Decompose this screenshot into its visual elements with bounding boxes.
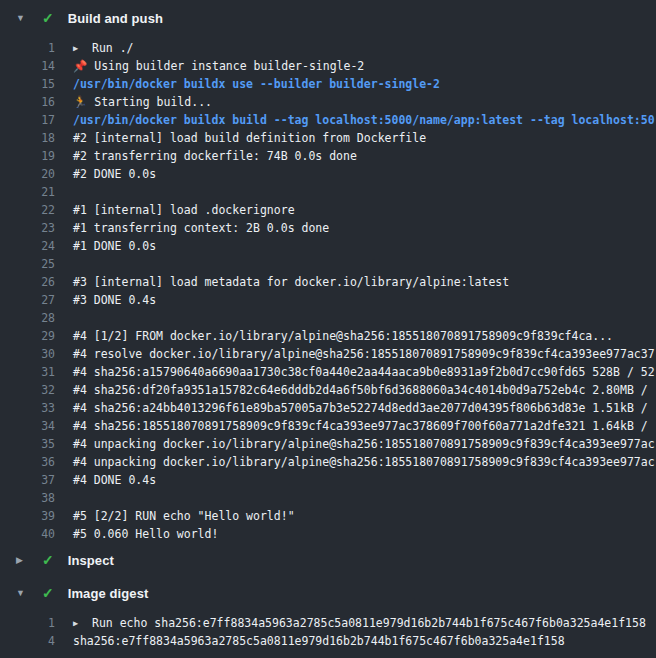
section-header-build-and-push[interactable]: ▼ ✓ Build and push bbox=[0, 6, 656, 30]
line-number[interactable]: 20 bbox=[0, 167, 55, 181]
log-line: 15/usr/bin/docker buildx use --builder b… bbox=[0, 75, 656, 93]
log-text: #4 [1/2] FROM docker.io/library/alpine@s… bbox=[73, 327, 613, 345]
log-text: ▶Run echo sha256:e7ff8834a5963a2785c5a08… bbox=[73, 614, 646, 632]
log-line: 38 bbox=[0, 489, 656, 507]
section-toggle-icon[interactable]: ▼ bbox=[16, 589, 30, 598]
line-number[interactable]: 21 bbox=[0, 185, 55, 199]
log-line: 19#2 transferring dockerfile: 74B 0.0s d… bbox=[0, 147, 656, 165]
line-number[interactable]: 34 bbox=[0, 419, 55, 433]
log-line: 37#4 DONE 0.4s bbox=[0, 471, 656, 489]
log-text: #1 transferring context: 2B 0.0s done bbox=[73, 219, 329, 237]
log-line: 27#3 DONE 0.4s bbox=[0, 291, 656, 309]
section-label: Inspect bbox=[68, 553, 114, 568]
log-text: #2 transferring dockerfile: 74B 0.0s don… bbox=[73, 147, 357, 165]
line-number[interactable]: 1 bbox=[0, 616, 55, 630]
line-number[interactable]: 29 bbox=[0, 329, 55, 343]
log-text: #4 unpacking docker.io/library/alpine@sh… bbox=[73, 435, 655, 453]
section-label: Image digest bbox=[68, 586, 149, 601]
log-text: 🏃 Starting build... bbox=[73, 93, 212, 111]
section-header-image-digest[interactable]: ▼ ✓ Image digest bbox=[0, 581, 656, 605]
line-number[interactable]: 31 bbox=[0, 365, 55, 379]
log-text-command: /usr/bin/docker buildx build --tag local… bbox=[73, 111, 655, 129]
log-text: 📌 Using builder instance builder-single-… bbox=[73, 57, 364, 75]
line-number[interactable]: 25 bbox=[0, 257, 55, 271]
success-check-icon: ✓ bbox=[42, 553, 54, 567]
expand-arrow-icon[interactable]: ▶ bbox=[73, 39, 92, 57]
log-text: #4 sha256:185518070891758909c9f839cf4ca3… bbox=[73, 417, 655, 435]
log-line: 16🏃 Starting build... bbox=[0, 93, 656, 111]
log-line: 40#5 0.060 Hello world! bbox=[0, 525, 656, 543]
expand-arrow-icon[interactable]: ▶ bbox=[73, 614, 92, 632]
log-line: 18#2 [internal] load build definition fr… bbox=[0, 129, 656, 147]
success-check-icon: ✓ bbox=[42, 11, 54, 25]
line-number[interactable]: 18 bbox=[0, 131, 55, 145]
line-number[interactable]: 30 bbox=[0, 347, 55, 361]
line-number[interactable]: 1 bbox=[0, 41, 55, 55]
section-toggle-icon[interactable]: ▶ bbox=[16, 556, 30, 565]
log-line: 36#4 unpacking docker.io/library/alpine@… bbox=[0, 453, 656, 471]
log-text: #4 sha256:a24bb4013296f61e89ba57005a7b3e… bbox=[73, 399, 655, 417]
line-number[interactable]: 17 bbox=[0, 113, 55, 127]
log-line: 30#4 resolve docker.io/library/alpine@sh… bbox=[0, 345, 656, 363]
log-line: 33#4 sha256:a24bb4013296f61e89ba57005a7b… bbox=[0, 399, 656, 417]
log-lines-image-digest: 1▶Run echo sha256:e7ff8834a5963a2785c5a0… bbox=[0, 614, 656, 650]
line-number[interactable]: 19 bbox=[0, 149, 55, 163]
line-number[interactable]: 32 bbox=[0, 383, 55, 397]
log-line: 29#4 [1/2] FROM docker.io/library/alpine… bbox=[0, 327, 656, 345]
log-line: 34#4 sha256:185518070891758909c9f839cf4c… bbox=[0, 417, 656, 435]
section-label: Build and push bbox=[68, 11, 163, 26]
log-text: sha256:e7ff8834a5963a2785c5a0811e979d16b… bbox=[73, 632, 565, 650]
line-number[interactable]: 28 bbox=[0, 311, 55, 325]
section-toggle-icon[interactable]: ▼ bbox=[16, 14, 30, 23]
log-text-command: /usr/bin/docker buildx use --builder bui… bbox=[73, 75, 440, 93]
section-header-inspect[interactable]: ▶ ✓ Inspect bbox=[0, 548, 656, 572]
log-line: 35#4 unpacking docker.io/library/alpine@… bbox=[0, 435, 656, 453]
log-line: 4sha256:e7ff8834a5963a2785c5a0811e979d16… bbox=[0, 632, 656, 650]
log-line: 31#4 sha256:a15790640a6690aa1730c38cf0a4… bbox=[0, 363, 656, 381]
line-number[interactable]: 33 bbox=[0, 401, 55, 415]
line-number[interactable]: 36 bbox=[0, 455, 55, 469]
log-text: #3 [internal] load metadata for docker.i… bbox=[73, 273, 509, 291]
line-number[interactable]: 24 bbox=[0, 239, 55, 253]
log-line: 23#1 transferring context: 2B 0.0s done bbox=[0, 219, 656, 237]
log-line: 28 bbox=[0, 309, 656, 327]
log-text: #1 [internal] load .dockerignore bbox=[73, 201, 295, 219]
log-line: 32#4 sha256:df20fa9351a15782c64e6dddb2d4… bbox=[0, 381, 656, 399]
line-number[interactable]: 15 bbox=[0, 77, 55, 91]
line-number[interactable]: 35 bbox=[0, 437, 55, 451]
log-line: 25 bbox=[0, 255, 656, 273]
success-check-icon: ✓ bbox=[42, 586, 54, 600]
line-number[interactable]: 27 bbox=[0, 293, 55, 307]
line-number[interactable]: 38 bbox=[0, 491, 55, 505]
line-number[interactable]: 26 bbox=[0, 275, 55, 289]
line-number[interactable]: 40 bbox=[0, 527, 55, 541]
line-number[interactable]: 37 bbox=[0, 473, 55, 487]
log-text: #2 DONE 0.0s bbox=[73, 165, 156, 183]
log-line: 39#5 [2/2] RUN echo "Hello world!" bbox=[0, 507, 656, 525]
log-line: 1▶Run ./ bbox=[0, 39, 656, 57]
log-line: 22#1 [internal] load .dockerignore bbox=[0, 201, 656, 219]
log-text: #5 0.060 Hello world! bbox=[73, 525, 218, 543]
line-number[interactable]: 14 bbox=[0, 59, 55, 73]
log-text: #3 DONE 0.4s bbox=[73, 291, 156, 309]
line-number[interactable]: 23 bbox=[0, 221, 55, 235]
line-number[interactable]: 16 bbox=[0, 95, 55, 109]
log-line: 21 bbox=[0, 183, 656, 201]
log-text: #4 sha256:a15790640a6690aa1730c38cf0a440… bbox=[73, 363, 655, 381]
line-number[interactable]: 39 bbox=[0, 509, 55, 523]
log-text: #4 resolve docker.io/library/alpine@sha2… bbox=[73, 345, 655, 363]
line-number[interactable]: 4 bbox=[0, 634, 55, 648]
log-line: 26#3 [internal] load metadata for docker… bbox=[0, 273, 656, 291]
log-text: #4 DONE 0.4s bbox=[73, 471, 156, 489]
log-text: #1 DONE 0.0s bbox=[73, 237, 156, 255]
log-text: ▶Run ./ bbox=[73, 39, 134, 57]
log-line: 14📌 Using builder instance builder-singl… bbox=[0, 57, 656, 75]
log-line: 24#1 DONE 0.0s bbox=[0, 237, 656, 255]
line-number[interactable]: 22 bbox=[0, 203, 55, 217]
log-line: 20#2 DONE 0.0s bbox=[0, 165, 656, 183]
log-text: #2 [internal] load build definition from… bbox=[73, 129, 426, 147]
log-lines-build-and-push: 1▶Run ./14📌 Using builder instance build… bbox=[0, 39, 656, 543]
log-line: 17/usr/bin/docker buildx build --tag loc… bbox=[0, 111, 656, 129]
actions-log-viewer: ▼ ✓ Build and push 1▶Run ./14📌 Using bui… bbox=[0, 0, 656, 658]
log-line: 1▶Run echo sha256:e7ff8834a5963a2785c5a0… bbox=[0, 614, 656, 632]
